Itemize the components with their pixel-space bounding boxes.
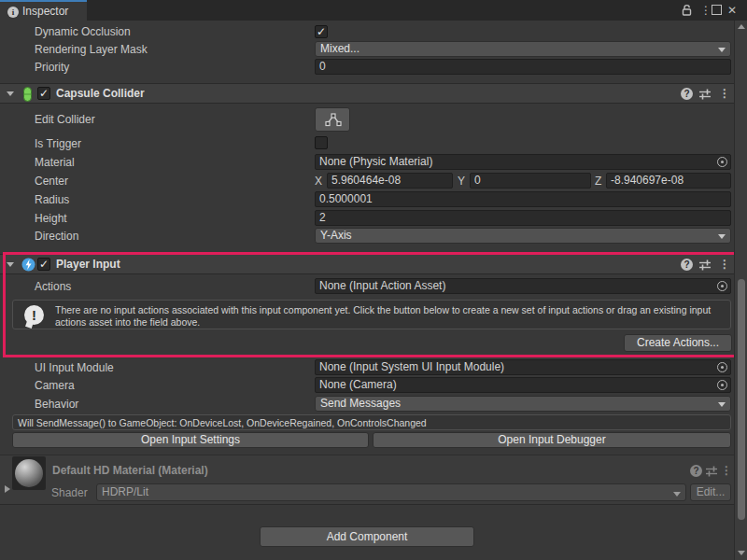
open-input-settings-button[interactable]: Open Input Settings: [12, 432, 369, 448]
object-picker-icon[interactable]: [717, 281, 727, 291]
material-sphere-icon: [15, 459, 43, 487]
help-icon[interactable]: ?: [681, 259, 693, 271]
radius-label: Radius: [35, 191, 69, 208]
scroll-up-icon[interactable]: [738, 24, 745, 29]
close-icon[interactable]: ✕: [727, 4, 737, 17]
direction-value: Y-Axis: [320, 229, 352, 242]
chevron-down-icon: [673, 492, 681, 497]
foldout-open-icon[interactable]: [7, 262, 14, 267]
inspector-info-icon: i: [7, 7, 19, 18]
presets-icon[interactable]: [698, 88, 712, 101]
add-component-button[interactable]: Add Component: [260, 526, 474, 547]
maximize-icon[interactable]: [712, 5, 722, 15]
material-label: Material: [35, 154, 75, 171]
center-x-label: X: [315, 173, 322, 189]
ui-input-module-label: UI Input Module: [35, 359, 114, 376]
chevron-down-icon: [718, 48, 726, 52]
direction-label: Direction: [35, 228, 78, 245]
priority-label: Priority: [35, 59, 69, 76]
ui-input-module-object-field[interactable]: None (Input System UI Input Module): [315, 359, 731, 375]
edit-collider-icon: [325, 113, 342, 127]
center-y-label: Y: [458, 173, 465, 189]
camera-value: None (Camera): [319, 378, 397, 391]
scrollbar-thumb[interactable]: [738, 279, 745, 520]
actions-value: None (Input Action Asset): [319, 279, 445, 292]
player-input-icon: [21, 258, 35, 272]
is-trigger-checkbox[interactable]: [315, 136, 328, 149]
shader-dropdown[interactable]: HDRP/Lit: [96, 483, 686, 501]
material-edit-button[interactable]: Edit...: [690, 483, 731, 501]
unlock-icon[interactable]: [681, 4, 693, 17]
send-message-infobox: Will SendMessage() to GameObject: OnDevi…: [12, 414, 731, 430]
height-input[interactable]: 2: [315, 210, 731, 226]
object-picker-icon[interactable]: [717, 362, 727, 372]
shader-label: Shader: [51, 484, 88, 501]
component-menu-kebab-icon[interactable]: ⋮: [719, 87, 730, 100]
open-input-debugger-button[interactable]: Open Input Debugger: [373, 432, 731, 448]
foldout-closed-icon[interactable]: [5, 485, 10, 493]
center-y-input[interactable]: 0: [470, 173, 591, 189]
dynamic-occlusion-label: Dynamic Occlusion: [35, 23, 131, 40]
capsule-collider-title: Capsule Collider: [56, 87, 145, 100]
center-x-input[interactable]: 5.960464e-08: [327, 173, 453, 189]
center-z-input[interactable]: -8.940697e-08: [606, 173, 731, 189]
tab-inspector[interactable]: i Inspector: [0, 0, 87, 21]
warning-icon: !: [24, 305, 44, 325]
capsule-collider-header[interactable]: ✓ Capsule Collider ? ⋮: [0, 83, 734, 104]
player-input-enabled-checkbox[interactable]: ✓: [37, 258, 50, 271]
direction-dropdown[interactable]: Y-Axis: [315, 228, 731, 244]
player-input-help-text: There are no input actions associated wi…: [55, 304, 724, 329]
checkmark-icon: ✓: [317, 25, 326, 38]
checkmark-icon: ✓: [39, 258, 49, 271]
height-label: Height: [35, 210, 67, 227]
tab-inspector-label: Inspector: [22, 5, 68, 18]
player-input-helpbox: ! There are no input actions associated …: [12, 300, 731, 329]
edit-collider-label: Edit Collider: [35, 111, 95, 128]
rendering-layer-mask-label: Rendering Layer Mask: [35, 41, 148, 58]
capsule-collider-icon: [21, 86, 34, 103]
actions-object-field[interactable]: None (Input Action Asset): [315, 278, 731, 294]
radius-input[interactable]: 0.5000001: [315, 191, 731, 207]
material-value: None (Physic Material): [319, 155, 432, 168]
component-menu-kebab-icon[interactable]: ⋮: [721, 464, 732, 477]
presets-icon[interactable]: [698, 259, 712, 272]
material-object-field[interactable]: None (Physic Material): [315, 154, 731, 170]
material-section-title: Default HD Material (Material): [52, 462, 208, 479]
rendering-layer-mask-dropdown[interactable]: Mixed...: [315, 41, 731, 57]
chevron-down-icon: [718, 402, 726, 407]
camera-label: Camera: [35, 377, 75, 394]
create-actions-button[interactable]: Create Actions...: [624, 334, 732, 352]
inspector-window: i Inspector ⋮ ✕ Dynamic Occlusion ✓ Rend…: [0, 0, 747, 560]
capsule-collider-enabled-checkbox[interactable]: ✓: [37, 87, 50, 100]
rendering-layer-mask-value: Mixed...: [320, 42, 359, 55]
foldout-open-icon[interactable]: [7, 91, 14, 96]
edit-collider-button[interactable]: [315, 107, 350, 132]
material-preview-thumbnail[interactable]: [12, 456, 46, 490]
send-message-info-text: Will SendMessage() to GameObject: OnDevi…: [18, 417, 727, 429]
ui-input-module-value: None (Input System UI Input Module): [319, 360, 504, 373]
is-trigger-label: Is Trigger: [35, 135, 81, 152]
camera-object-field[interactable]: None (Camera): [315, 377, 731, 393]
shader-value: HDRP/Lit: [102, 485, 148, 498]
help-icon[interactable]: ?: [690, 465, 702, 477]
chevron-down-icon: [718, 234, 726, 239]
actions-label: Actions: [35, 278, 71, 295]
help-icon[interactable]: ?: [681, 88, 693, 100]
behavior-dropdown[interactable]: Send Messages: [315, 396, 731, 412]
dynamic-occlusion-checkbox[interactable]: ✓: [315, 25, 328, 38]
checkmark-icon: ✓: [39, 87, 49, 100]
vertical-scrollbar[interactable]: [734, 21, 747, 560]
component-menu-kebab-icon[interactable]: ⋮: [719, 258, 730, 271]
tab-bar: i Inspector ⋮ ✕: [0, 0, 747, 21]
scroll-down-icon[interactable]: [738, 551, 745, 555]
behavior-label: Behavior: [35, 396, 78, 413]
behavior-value: Send Messages: [320, 397, 401, 410]
priority-input[interactable]: 0: [315, 59, 731, 75]
object-picker-icon[interactable]: [717, 157, 727, 167]
tab-menu-kebab-icon[interactable]: ⋮: [700, 4, 712, 17]
center-label: Center: [35, 173, 68, 189]
player-input-title: Player Input: [56, 258, 120, 271]
presets-icon[interactable]: [705, 465, 718, 478]
object-picker-icon[interactable]: [717, 380, 727, 390]
player-input-header[interactable]: ✓ Player Input ? ⋮: [0, 254, 734, 274]
